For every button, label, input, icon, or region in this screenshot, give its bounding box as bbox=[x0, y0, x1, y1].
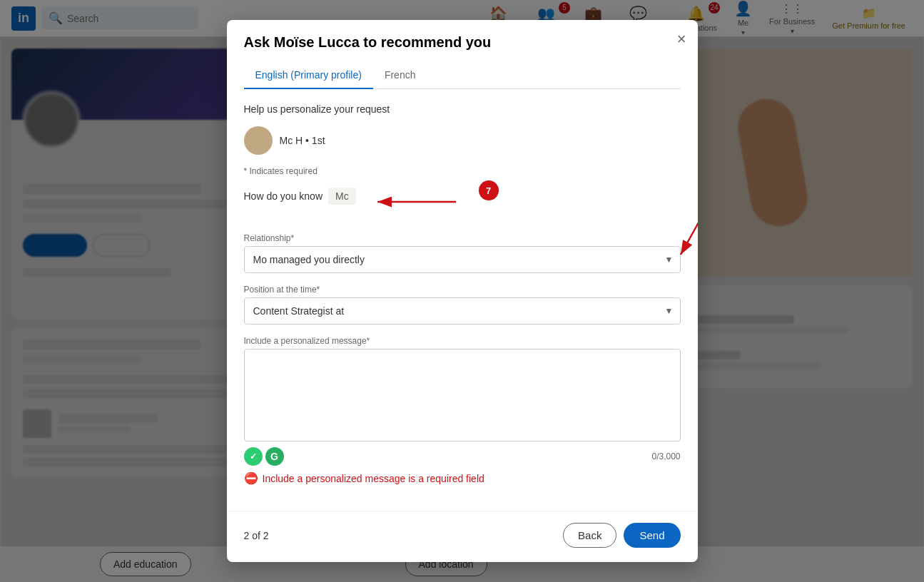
svg-line-3 bbox=[681, 223, 698, 255]
modal-footer: 2 of 2 Back Send bbox=[227, 511, 698, 562]
relationship-field: Relationship* Mo managed you directly ▼ … bbox=[244, 233, 681, 273]
grammar-icon-check[interactable]: ✓ bbox=[244, 447, 263, 466]
send-button[interactable]: Send bbox=[624, 523, 680, 548]
page-indicator: 2 of 2 bbox=[244, 530, 269, 541]
relationship-dropdown-wrapper: Mo managed you directly ▼ bbox=[244, 246, 681, 273]
user-avatar bbox=[244, 126, 273, 155]
how-know-text: How do you know bbox=[244, 190, 323, 202]
how-know-row: How do you know Mc bbox=[244, 188, 356, 205]
language-tabs: English (Primary profile) French bbox=[244, 62, 681, 89]
modal-overlay: Ask Moïse Lucca to recommend you × Engli… bbox=[0, 0, 924, 582]
message-textarea[interactable] bbox=[244, 349, 681, 441]
modal-title: Ask Moïse Lucca to recommend you bbox=[244, 34, 681, 51]
grammarly-icon[interactable]: G bbox=[265, 447, 284, 466]
tab-english[interactable]: English (Primary profile) bbox=[244, 62, 373, 89]
message-label: Include a personalized message* bbox=[244, 336, 681, 346]
arrow-8-svg bbox=[674, 219, 698, 262]
user-row: Mc H • 1st bbox=[244, 126, 681, 155]
error-text: Include a personalized message is a requ… bbox=[263, 473, 484, 484]
modal-body: Help us personalize your request Mc H • … bbox=[227, 89, 698, 511]
help-text: Help us personalize your request bbox=[244, 103, 681, 115]
relationship-select[interactable]: Mo managed you directly bbox=[244, 246, 681, 273]
error-message: ⛔ Include a personalized message is a re… bbox=[244, 471, 681, 485]
position-select[interactable]: Content Strategist at bbox=[244, 297, 681, 325]
grammar-tools: ✓ G bbox=[244, 447, 284, 466]
arrow-7-svg bbox=[363, 191, 477, 213]
know-name: Mc bbox=[328, 188, 356, 205]
error-icon: ⛔ bbox=[244, 471, 258, 485]
footer-buttons: Back Send bbox=[563, 523, 680, 548]
tab-french[interactable]: French bbox=[373, 62, 427, 89]
position-field: Position at the time* Content Strategist… bbox=[244, 285, 681, 325]
user-name: Mc H • 1st bbox=[280, 135, 325, 146]
position-dropdown-wrapper: Content Strategist at ▼ bbox=[244, 297, 681, 325]
close-button[interactable]: × bbox=[677, 31, 686, 47]
back-button[interactable]: Back bbox=[563, 523, 616, 548]
position-label: Position at the time* bbox=[244, 285, 681, 295]
modal-header: Ask Moïse Lucca to recommend you × Engli… bbox=[227, 20, 698, 89]
recommendation-modal: Ask Moïse Lucca to recommend you × Engli… bbox=[227, 20, 698, 562]
annotation-7-badge: 7 bbox=[479, 180, 499, 200]
char-count: 0/3,000 bbox=[651, 451, 680, 461]
message-footer: ✓ G 0/3,000 bbox=[244, 447, 681, 466]
relationship-label: Relationship* bbox=[244, 233, 681, 243]
required-note: * Indicates required bbox=[244, 166, 681, 176]
message-field: Include a personalized message* ✓ G 0/3,… bbox=[244, 336, 681, 466]
